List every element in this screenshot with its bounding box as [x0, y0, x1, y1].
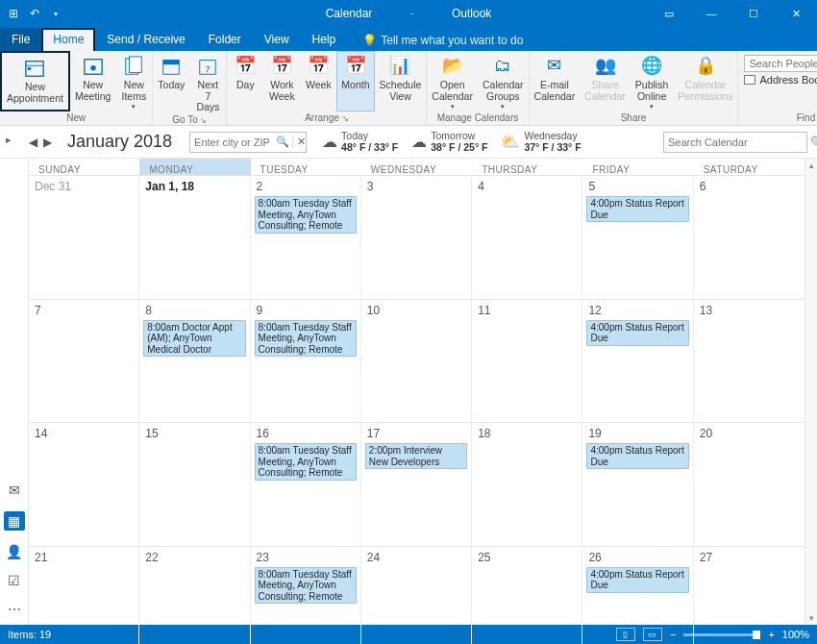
zoom-slider[interactable]: [683, 633, 760, 636]
open-calendar-button[interactable]: 📂Open Calendar▾: [427, 51, 478, 111]
calendar-event[interactable]: 8:00am Doctor Appt (AM); AnyTown Medical…: [143, 320, 245, 358]
day-cell[interactable]: 4: [472, 176, 582, 299]
day-cell[interactable]: 7: [29, 300, 139, 423]
maximize-icon[interactable]: ☐: [732, 0, 775, 27]
weather-row: ☁Today48° F / 33° F☁Tomorrow38° F / 25° …: [322, 131, 582, 153]
publish-online-button[interactable]: 🌐Publish Online▾: [631, 51, 673, 111]
day-number: 8: [141, 302, 247, 320]
search-icon[interactable]: 🔍: [273, 136, 292, 148]
calendar-event[interactable]: 4:00pm Status Report Due: [586, 443, 688, 469]
day-number: 13: [696, 302, 803, 320]
close-icon[interactable]: ✕: [292, 136, 309, 148]
new-appointment-button[interactable]: New Appointment: [0, 51, 70, 111]
day-cell[interactable]: 3: [361, 176, 472, 299]
mail-nav-icon[interactable]: ✉: [6, 483, 23, 498]
new-items-button[interactable]: New Items ▾: [115, 51, 152, 111]
day-cell[interactable]: 124:00pm Status Report Due: [582, 300, 693, 423]
weather-icon: ☁: [322, 133, 337, 151]
weather-icon: ⛅: [501, 133, 520, 151]
search-calendar-box[interactable]: 🔍: [663, 132, 807, 153]
day-cell[interactable]: 27: [694, 547, 805, 645]
schedule-view-button[interactable]: 📊Schedule View: [375, 51, 427, 111]
calendar-groups-button[interactable]: 🗂Calendar Groups▾: [478, 51, 529, 111]
calendar-event[interactable]: 2:00pm Interview New Developers: [365, 443, 467, 469]
day-cell[interactable]: 20: [694, 423, 805, 546]
calendar-event[interactable]: 8:00am Tuesday Staff Meeting, AnyTown Co…: [255, 567, 357, 605]
day-cell[interactable]: 10: [361, 300, 472, 423]
expand-nav-icon[interactable]: ▸: [6, 134, 12, 146]
day-cell[interactable]: Dec 31: [29, 176, 139, 299]
ribbon-display-icon[interactable]: ▭: [648, 0, 690, 27]
day-cell[interactable]: 28:00am Tuesday Staff Meeting, AnyTown C…: [251, 176, 361, 299]
month-view-button[interactable]: 📅Month: [336, 51, 374, 111]
more-nav-icon[interactable]: ⋯: [6, 602, 23, 617]
day-cell[interactable]: 54:00pm Status Report Due: [582, 176, 693, 299]
svg-rect-6: [130, 57, 142, 72]
calendar-event[interactable]: 8:00am Tuesday Staff Meeting, AnyTown Co…: [255, 196, 357, 234]
group-label-new: New: [0, 111, 152, 125]
day-number: Dec 31: [31, 178, 136, 196]
new-meeting-button[interactable]: New Meeting: [70, 51, 115, 111]
tab-help[interactable]: Help: [301, 28, 348, 51]
next-month-button[interactable]: ▶: [43, 136, 52, 149]
week-view-button[interactable]: 📅Week: [300, 51, 336, 111]
calendar-event[interactable]: 8:00am Tuesday Staff Meeting, AnyTown Co…: [255, 443, 357, 481]
tab-folder[interactable]: Folder: [197, 28, 253, 51]
scroll-down-icon[interactable]: ▾: [809, 611, 814, 625]
weather-location-input[interactable]: 🔍 ✕: [189, 132, 307, 153]
day-cell[interactable]: 6: [694, 176, 805, 299]
today-button[interactable]: Today: [153, 51, 189, 113]
day-cell[interactable]: 238:00am Tuesday Staff Meeting, AnyTown …: [251, 547, 361, 645]
next-7-days-button[interactable]: 7 Next 7 Days: [189, 51, 226, 113]
search-people-input[interactable]: [744, 55, 817, 72]
qat-dropdown-icon[interactable]: ▾: [48, 6, 63, 21]
email-calendar-button[interactable]: ✉E-mail Calendar: [530, 51, 581, 111]
dow-header: TUESDAY: [251, 159, 361, 175]
day-cell[interactable]: 25: [472, 547, 582, 645]
minimize-icon[interactable]: —: [690, 0, 732, 27]
address-book-button[interactable]: Address Book: [744, 74, 817, 86]
search-icon[interactable]: 🔍: [805, 136, 817, 149]
month-icon: 📅: [343, 55, 368, 78]
day-cell[interactable]: 13: [694, 300, 805, 423]
day-cell[interactable]: 98:00am Tuesday Staff Meeting, AnyTown C…: [251, 300, 361, 423]
day-cell[interactable]: 264:00pm Status Report Due: [582, 547, 693, 645]
tab-home[interactable]: Home: [41, 28, 95, 51]
tell-me-search[interactable]: 💡 Tell me what you want to do: [355, 30, 531, 51]
day-cell[interactable]: 11: [472, 300, 582, 423]
day-cell[interactable]: 22: [139, 547, 250, 645]
day-cell[interactable]: 24: [361, 547, 472, 645]
city-input-field[interactable]: [190, 136, 273, 148]
tab-file[interactable]: File: [0, 28, 41, 51]
day-cell[interactable]: 194:00pm Status Report Due: [582, 423, 693, 546]
calendar-event[interactable]: 4:00pm Status Report Due: [586, 567, 688, 593]
day-cell[interactable]: 168:00am Tuesday Staff Meeting, AnyTown …: [251, 423, 361, 546]
undo-icon[interactable]: ↶: [27, 6, 42, 21]
day-number: 14: [31, 425, 136, 443]
day-cell[interactable]: 88:00am Doctor Appt (AM); AnyTown Medica…: [139, 300, 250, 423]
day-cell[interactable]: 21: [29, 547, 139, 645]
title-bar: ⊞ ↶ ▾ Calendar - Outlook ▭ — ☐ ✕: [0, 0, 817, 27]
close-icon[interactable]: ✕: [775, 0, 817, 27]
day-cell[interactable]: 14: [29, 423, 139, 546]
day-cell[interactable]: 15: [139, 423, 250, 546]
tab-view[interactable]: View: [253, 28, 301, 51]
day-cell[interactable]: Jan 1, 18: [139, 176, 250, 299]
day-cell[interactable]: 172:00pm Interview New Developers: [361, 423, 472, 546]
search-calendar-input[interactable]: [664, 136, 805, 148]
calendar-event[interactable]: 4:00pm Status Report Due: [586, 320, 688, 346]
scroll-up-icon[interactable]: ▴: [809, 159, 814, 172]
calendar-event[interactable]: 4:00pm Status Report Due: [586, 196, 688, 222]
month-label: January 2018: [67, 132, 172, 152]
calendar-event[interactable]: 8:00am Tuesday Staff Meeting, AnyTown Co…: [255, 320, 357, 358]
day-view-button[interactable]: 📅Day: [227, 51, 263, 111]
week-icon: 📅: [306, 55, 331, 78]
vertical-scrollbar[interactable]: ▴ ▾: [805, 159, 817, 625]
tab-send-receive[interactable]: Send / Receive: [95, 28, 196, 51]
people-nav-icon[interactable]: 👤: [6, 544, 23, 559]
prev-month-button[interactable]: ◀: [29, 136, 37, 149]
day-cell[interactable]: 18: [472, 423, 582, 546]
calendar-nav-icon[interactable]: ▦: [4, 511, 25, 531]
tasks-nav-icon[interactable]: ☑: [6, 573, 23, 588]
work-week-view-button[interactable]: 📅Work Week: [263, 51, 300, 111]
